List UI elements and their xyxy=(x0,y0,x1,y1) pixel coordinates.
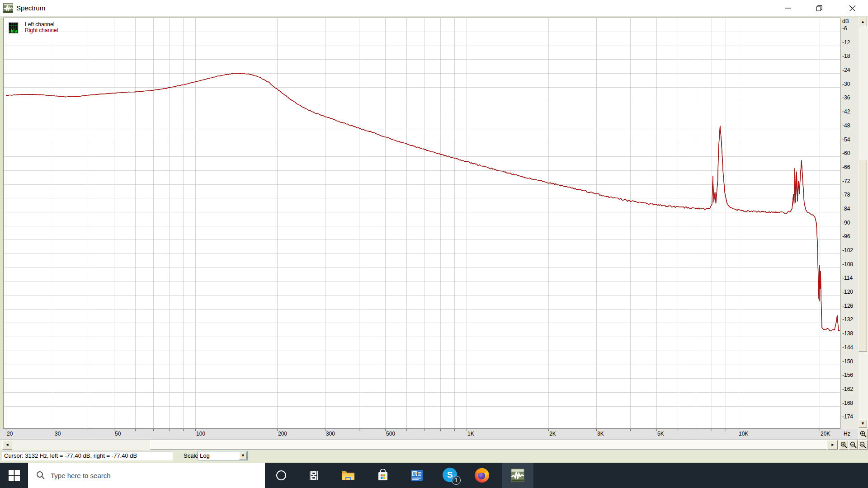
y-tick-label: -114 xyxy=(842,275,853,281)
x-tick-mark xyxy=(712,429,712,431)
windows-logo-icon xyxy=(9,470,20,481)
taskbar-item-task-view[interactable] xyxy=(300,463,327,488)
y-tick-label: -60 xyxy=(842,150,850,156)
restore-button[interactable] xyxy=(809,0,830,16)
scroll-up-button[interactable]: ▲ xyxy=(859,18,867,26)
start-button[interactable] xyxy=(0,463,28,488)
taskbar: Type here to search xyxy=(0,463,868,488)
x-tick-mark xyxy=(153,429,154,431)
restore-icon xyxy=(816,5,822,11)
x-tick-label: 100 xyxy=(196,431,205,437)
x-tick-mark xyxy=(656,429,657,431)
y-tick-label: -120 xyxy=(842,289,853,295)
minimize-button[interactable] xyxy=(778,0,798,16)
taskbar-item-file-explorer[interactable] xyxy=(335,463,362,488)
firefox-icon xyxy=(475,468,489,483)
y-tick-label: -12 xyxy=(842,39,850,46)
x-tick-mark xyxy=(54,429,54,431)
x-tick-mark xyxy=(183,429,184,431)
scale-value: Log xyxy=(200,452,210,459)
zoom-out-vertical-button[interactable] xyxy=(858,440,868,450)
taskbar-item-spectrum-active[interactable] xyxy=(502,463,533,488)
search-input[interactable]: Type here to search xyxy=(28,463,265,488)
title-bar: Spectrum xyxy=(0,0,868,17)
x-tick-mark xyxy=(325,429,326,431)
x-axis-unit: Hz xyxy=(844,431,850,437)
x-tick-mark xyxy=(696,429,696,431)
x-tick-label: 20K xyxy=(821,431,830,437)
y-tick-label: -156 xyxy=(842,372,853,378)
y-tick-label: -168 xyxy=(842,400,853,406)
scale-label: Scale xyxy=(184,452,198,459)
y-tick-label: -108 xyxy=(842,261,853,267)
horizontal-scrollbar[interactable]: ◄ ► xyxy=(0,439,868,450)
zoom-out-icon xyxy=(859,441,866,448)
x-tick-mark xyxy=(359,429,359,431)
x-tick-mark xyxy=(440,429,441,431)
right-channel-curve xyxy=(6,73,840,331)
y-tick-label: -138 xyxy=(842,330,853,337)
zoom-in-horizontal-button[interactable] xyxy=(839,440,848,450)
search-icon xyxy=(36,471,45,480)
x-tick-mark xyxy=(678,429,678,431)
arrow-down-icon: ▼ xyxy=(861,422,865,426)
y-tick-label: -132 xyxy=(842,316,853,323)
scroll-right-button[interactable]: ► xyxy=(828,440,838,450)
zoom-out-horizontal-button[interactable] xyxy=(849,440,858,450)
taskbar-item-office-app[interactable] xyxy=(403,463,430,488)
cursor-readout: Cursor: 3132 Hz, left = -77.40 dB, right… xyxy=(2,451,173,460)
y-tick-label: -72 xyxy=(842,178,850,184)
horizontal-scrollbar-thumb[interactable] xyxy=(150,440,827,450)
scroll-down-button[interactable]: ▼ xyxy=(859,419,867,428)
y-tick-label: -66 xyxy=(842,164,850,170)
x-tick-mark xyxy=(454,429,455,431)
x-tick-label: 2K xyxy=(549,431,556,437)
y-tick-label: -96 xyxy=(842,233,850,239)
y-tick-label: -48 xyxy=(842,122,850,129)
x-tick-label: 200 xyxy=(278,431,287,437)
vertical-scrollbar[interactable]: ▲ ▼ xyxy=(859,18,868,429)
x-tick-mark xyxy=(135,429,136,431)
office-app-icon xyxy=(410,469,423,482)
zoom-in-icon xyxy=(840,441,847,448)
y-axis-labels: dB -6-12-18-24-30-36-42-48-54-60-66-72-7… xyxy=(841,18,859,429)
y-tick-label: -150 xyxy=(842,358,853,365)
app-icon xyxy=(3,3,13,13)
y-tick-label: -24 xyxy=(842,67,850,73)
combobox-dropdown-button[interactable]: ▼ xyxy=(239,452,247,460)
minimize-icon xyxy=(785,5,791,11)
x-tick-label: 30 xyxy=(55,431,61,437)
close-button[interactable] xyxy=(842,0,863,16)
x-tick-mark xyxy=(596,429,597,431)
left-channel-curve xyxy=(6,73,840,331)
taskbar-item-skype[interactable]: S 1 xyxy=(437,463,464,488)
x-tick-label: 500 xyxy=(386,431,395,437)
arrow-up-icon: ▲ xyxy=(861,20,865,24)
y-tick-label: -18 xyxy=(842,53,850,59)
taskbar-item-cortana[interactable] xyxy=(268,463,295,488)
cortana-icon xyxy=(276,470,286,480)
microsoft-store-icon xyxy=(377,469,389,482)
y-tick-label: -102 xyxy=(842,247,853,253)
x-tick-mark xyxy=(467,429,467,431)
x-tick-label: 3K xyxy=(597,431,604,437)
scale-combobox[interactable]: Log ▼ xyxy=(198,451,248,460)
scroll-left-button[interactable]: ◄ xyxy=(2,440,12,450)
taskbar-item-firefox[interactable] xyxy=(468,463,495,488)
x-tick-label: 1K xyxy=(467,431,474,437)
y-tick-label: -126 xyxy=(842,303,853,309)
chevron-down-icon: ▼ xyxy=(241,454,245,458)
skype-notification-badge: 1 xyxy=(452,476,461,485)
x-tick-label: 300 xyxy=(326,431,335,437)
vertical-scrollbar-thumb[interactable] xyxy=(859,159,867,352)
y-tick-label: -78 xyxy=(842,192,850,198)
window-title: Spectrum xyxy=(16,4,45,12)
spectrum-plot[interactable] xyxy=(3,18,840,429)
x-tick-label: 20 xyxy=(7,431,13,437)
y-tick-label: -54 xyxy=(842,136,850,143)
taskbar-item-microsoft-store[interactable] xyxy=(369,463,396,488)
zoom-in-vertical-button[interactable] xyxy=(859,429,868,439)
close-icon xyxy=(849,5,855,11)
zoom-out-icon xyxy=(850,441,857,448)
x-tick-mark xyxy=(425,429,425,431)
